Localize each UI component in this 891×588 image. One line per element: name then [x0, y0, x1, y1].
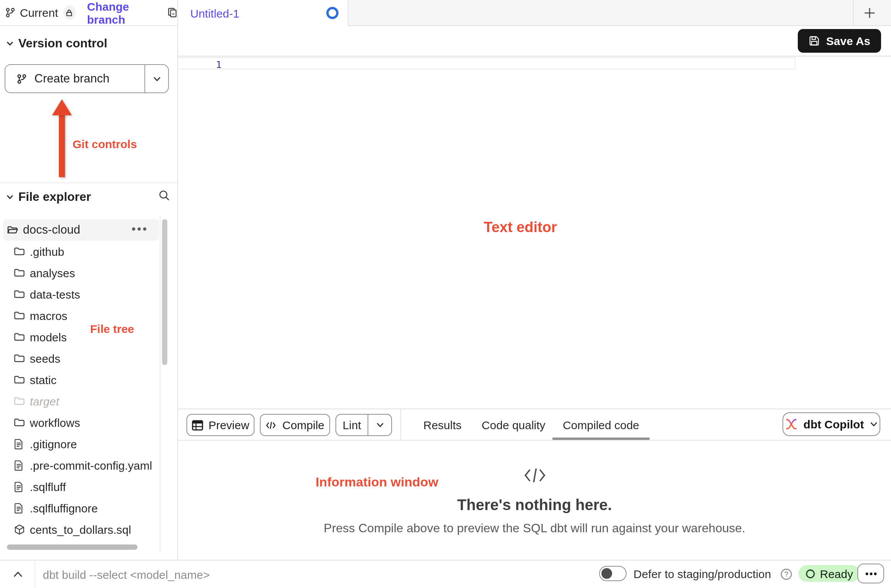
tab-label: Untitled-1 — [190, 6, 326, 19]
empty-state-title: There's nothing here. — [457, 496, 612, 514]
file-tree-item[interactable]: .pre-commit-config.yaml — [3, 454, 159, 476]
file-tree-item[interactable]: models — [3, 326, 159, 347]
git-header: Current Change branch — [0, 0, 178, 26]
create-branch-dropdown[interactable] — [144, 65, 168, 92]
status-badge: Ready — [799, 565, 860, 582]
file-tree-item[interactable]: analyses — [3, 262, 159, 283]
chevron-down-icon — [6, 193, 14, 201]
file-tree-item-label: macros — [30, 309, 67, 322]
file-tree-item[interactable]: static — [3, 369, 159, 390]
tab-untitled-1[interactable]: Untitled-1 — [178, 0, 348, 26]
help-icon[interactable]: ? — [780, 568, 792, 580]
file-tree-item[interactable]: target — [3, 390, 159, 412]
file-explorer-section-header[interactable]: File explorer — [6, 190, 91, 204]
dbt-copilot-logo-icon — [785, 418, 798, 431]
editor-toolbar: Save As — [178, 26, 891, 56]
git-branch-icon — [16, 73, 28, 84]
file-tree-item[interactable]: data-tests — [3, 283, 159, 305]
tab-results[interactable]: Results — [421, 409, 464, 440]
file-tree-item-label: workflows — [30, 416, 80, 429]
file-tree: docs-cloud ••• .github analyses data-tes… — [3, 219, 159, 540]
toggle-knob — [601, 568, 612, 579]
chevron-down-icon — [6, 40, 14, 47]
defer-toggle[interactable] — [599, 566, 627, 581]
tab-code-quality[interactable]: Code quality — [481, 409, 546, 440]
change-branch-link[interactable]: Change branch — [87, 0, 157, 26]
save-as-button[interactable]: Save As — [798, 29, 881, 53]
folder-open-icon — [7, 225, 18, 235]
folder-icon — [14, 396, 25, 406]
annotation-arrow-git-controls — [59, 115, 65, 177]
preview-button[interactable]: Preview — [186, 414, 254, 436]
file-tree-item-label: seeds — [30, 352, 60, 365]
chevron-down-icon — [376, 421, 384, 429]
save-icon — [808, 35, 820, 47]
file-icon — [14, 481, 25, 492]
command-input[interactable]: dbt build --select <model_name> — [43, 568, 210, 581]
more-options-icon[interactable]: ••• — [131, 222, 148, 235]
tab-compiled-code[interactable]: Compiled code — [552, 409, 650, 440]
file-tree-border — [160, 215, 160, 553]
model-icon — [14, 524, 25, 535]
annotation-information-window: Information window — [316, 475, 438, 490]
copy-icon[interactable] — [167, 7, 178, 18]
code-icon — [266, 420, 277, 430]
create-branch-main[interactable]: Create branch — [5, 65, 144, 92]
file-tree-item-label: .sqlfluff — [30, 480, 66, 493]
branch-locked-badge — [63, 5, 76, 20]
file-icon — [14, 502, 25, 513]
folder-icon — [14, 374, 25, 385]
file-tree-root-item[interactable]: docs-cloud ••• — [3, 219, 159, 241]
table-icon — [192, 420, 203, 430]
section-divider — [0, 183, 178, 183]
git-branch-icon — [5, 7, 16, 18]
file-tree-item-label: .pre-commit-config.yaml — [30, 459, 152, 472]
file-tree-horizontal-scrollbar[interactable] — [7, 544, 138, 550]
svg-text:?: ? — [784, 570, 789, 578]
file-tree-item[interactable]: .sqlfluffignore — [3, 497, 159, 519]
status-label: Ready — [820, 567, 853, 580]
folder-icon — [14, 310, 25, 321]
file-tree-item-label: static — [30, 373, 57, 386]
annotation-arrow-head — [52, 99, 72, 115]
file-tree-item[interactable]: macros — [3, 305, 159, 326]
more-options-button[interactable] — [857, 564, 884, 583]
file-tree-item-label: analyses — [30, 266, 75, 279]
file-tree-item[interactable]: workflows — [3, 412, 159, 433]
dbt-copilot-button[interactable]: dbt Copilot — [782, 412, 880, 436]
lint-dropdown[interactable] — [368, 415, 391, 435]
active-tab-underline — [552, 438, 650, 440]
folder-icon — [14, 267, 25, 278]
command-bar-divider — [34, 561, 35, 588]
file-tree-item[interactable]: cents_to_dollars.sql — [3, 519, 159, 540]
file-tree-item[interactable]: .sqlfluff — [3, 476, 159, 497]
lock-icon — [65, 8, 74, 17]
folder-icon — [14, 353, 25, 363]
file-tree-item-label: .github — [30, 245, 64, 258]
dbt-cloud-ide: Current Change branch Version control — [0, 0, 891, 588]
new-tab-button[interactable] — [863, 7, 876, 19]
line-number: 1 — [206, 58, 222, 70]
folder-icon — [14, 331, 25, 342]
text-editor[interactable]: 1 Text editor — [178, 57, 891, 409]
search-icon[interactable] — [158, 189, 170, 202]
file-tree-vertical-scrollbar[interactable] — [162, 219, 167, 365]
file-tree-item[interactable]: .gitignore — [3, 433, 159, 454]
status-circle-icon — [805, 569, 815, 578]
file-tree-item[interactable]: .github — [3, 241, 159, 262]
file-tree-items: .github analyses data-tests macros model… — [3, 241, 159, 540]
version-control-heading: Version control — [18, 37, 107, 50]
version-control-section-header[interactable]: Version control — [6, 37, 107, 50]
defer-label: Defer to staging/production — [633, 567, 771, 580]
create-branch-button[interactable]: Create branch — [5, 64, 169, 93]
annotation-git-controls: Git controls — [73, 137, 137, 150]
file-tree-root-label: docs-cloud — [23, 223, 80, 237]
current-line-highlight — [178, 57, 795, 69]
compile-label: Compile — [282, 418, 324, 431]
file-tree-item[interactable]: seeds — [3, 347, 159, 369]
compile-button[interactable]: Compile — [260, 414, 330, 436]
chevron-up-icon[interactable] — [13, 570, 23, 578]
file-tree-item-label: cents_to_dollars.sql — [30, 523, 131, 536]
empty-state-subtitle: Press Compile above to preview the SQL d… — [324, 522, 745, 535]
lint-button[interactable]: Lint — [336, 415, 368, 435]
